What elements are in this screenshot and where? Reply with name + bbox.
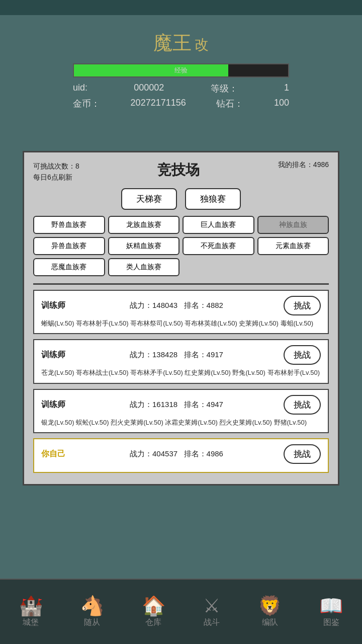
trainer-stats-1: 战力：148043 排名：4882 bbox=[130, 301, 223, 310]
self-rank-label: 排名： bbox=[184, 449, 207, 458]
challenge-button-1[interactable]: 挑战 bbox=[284, 296, 321, 315]
challenges-label: 可挑战次数：8 bbox=[33, 160, 79, 172]
trainer-units-2: 苍龙(Lv.50) 哥布林战士(Lv.50) 哥布林矛手(Lv.50) 红史莱姆… bbox=[41, 368, 321, 378]
nav-label-battle: 战斗 bbox=[204, 617, 220, 628]
beast-race-button[interactable]: 野兽血族赛 bbox=[33, 216, 105, 234]
trainer-stats-2: 战力：138428 排名：4917 bbox=[130, 350, 223, 360]
trainer-card-header-1: 训练师 战力：148043 排名：4882 挑战 bbox=[41, 296, 321, 315]
self-power: 404537 bbox=[152, 449, 177, 458]
stats-row-1: uid: 000002 等级： 1 bbox=[73, 83, 289, 95]
self-challenge-button[interactable]: 挑战 bbox=[284, 444, 321, 464]
trainer-card-header-3: 训练师 战力：161318 排名：4947 挑战 bbox=[41, 395, 321, 415]
nav-item-formation[interactable]: 🦁 编队 bbox=[258, 596, 282, 628]
arena-dialog: 可挑战次数：8 每日6点刷新 竞技场 我的排名：4986 天梯赛 独狼赛 野兽血… bbox=[23, 151, 339, 486]
trainer-label-1: 训练师 bbox=[41, 300, 65, 311]
trainer-rank-1: 4882 bbox=[207, 301, 223, 309]
demon-race-button[interactable]: 恶魔血族赛 bbox=[33, 258, 105, 276]
self-card-header: 你自己 战力：404537 排名：4986 挑战 bbox=[41, 444, 321, 464]
nav-item-battle[interactable]: ⚔ 战斗 bbox=[203, 596, 220, 628]
trainer-rank-label-3: 排名： bbox=[184, 400, 207, 409]
self-card: 你自己 战力：404537 排名：4986 挑战 bbox=[33, 438, 329, 473]
companion-icon: 🐴 bbox=[80, 596, 104, 615]
self-power-label: 战力： bbox=[130, 449, 152, 458]
nav-item-guide[interactable]: 📖 图鉴 bbox=[319, 596, 343, 628]
trainer-card-3: 训练师 战力：161318 排名：4947 挑战 银龙(Lv.50) 蜈蚣(Lv… bbox=[33, 389, 329, 434]
trainer-stats-3: 战力：161318 排名：4947 bbox=[130, 400, 223, 410]
my-rank-label: 我的排名：4986 bbox=[278, 160, 329, 170]
bottom-nav: 🏰 城堡 🐴 随从 🏠 仓库 ⚔ 战斗 🦁 编队 📖 图鉴 bbox=[0, 579, 362, 644]
battle-icon: ⚔ bbox=[203, 596, 220, 615]
trainer-rank-label-1: 排名： bbox=[184, 301, 207, 309]
gold-label: 金币： bbox=[73, 98, 100, 110]
nav-label-formation: 编队 bbox=[262, 617, 278, 628]
nav-label-companion: 随从 bbox=[84, 617, 100, 628]
dragon-race-button[interactable]: 龙族血族赛 bbox=[108, 216, 180, 234]
nav-item-warehouse[interactable]: 🏠 仓库 bbox=[142, 596, 165, 628]
trainer-power-1: 148043 bbox=[152, 301, 177, 309]
stats-row-2: 金币： 20272171156 钻石： 100 bbox=[73, 98, 289, 110]
trainer-power-2: 138428 bbox=[152, 350, 177, 359]
god-race-button[interactable]: 神族血族 bbox=[257, 216, 329, 234]
undead-race-button[interactable]: 不死血族赛 bbox=[183, 237, 254, 255]
formation-icon: 🦁 bbox=[258, 596, 282, 615]
element2-race-button[interactable]: 元素血族赛 bbox=[257, 237, 329, 255]
trainer-rank-2: 4917 bbox=[207, 350, 223, 359]
race-grid: 野兽血族赛 龙族血族赛 巨人血族赛 神族血族 异兽血族赛 妖精血族赛 不死血族赛… bbox=[33, 216, 329, 276]
trainer-card-header-2: 训练师 战力：138428 排名：4917 挑战 bbox=[41, 345, 321, 365]
trainer-power-label-3: 战力： bbox=[130, 400, 152, 409]
arena-header-left: 可挑战次数：8 每日6点刷新 bbox=[33, 160, 79, 183]
castle-icon: 🏰 bbox=[19, 596, 43, 615]
nav-label-warehouse: 仓库 bbox=[145, 617, 161, 628]
trainer-units-1: 蜥蜴(Lv.50) 哥布林射手(Lv.50) 哥布林祭司(Lv.50) 哥布林英… bbox=[41, 318, 321, 329]
self-label: 你自己 bbox=[41, 449, 65, 459]
trainer-power-3: 161318 bbox=[152, 400, 177, 409]
self-stats: 战力：404537 排名：4986 bbox=[130, 449, 223, 459]
trainer-card-2: 训练师 战力：138428 排名：4917 挑战 苍龙(Lv.50) 哥布林战士… bbox=[33, 339, 329, 384]
trainer-label-2: 训练师 bbox=[41, 350, 65, 360]
trainer-power-label-1: 战力： bbox=[130, 301, 152, 309]
uid-label: uid: bbox=[73, 83, 87, 95]
solo-race-button[interactable]: 独狼赛 bbox=[185, 188, 241, 210]
warehouse-icon: 🏠 bbox=[142, 596, 165, 615]
exp-bar: 经验 bbox=[73, 63, 289, 77]
nav-label-guide: 图鉴 bbox=[323, 617, 339, 628]
arena-header: 可挑战次数：8 每日6点刷新 竞技场 我的排名：4986 bbox=[33, 160, 329, 183]
fairy-race-button[interactable]: 妖精血族赛 bbox=[108, 237, 180, 255]
trainer-power-label-2: 战力： bbox=[130, 350, 152, 359]
diamonds-value: 100 bbox=[274, 98, 289, 110]
game-area: 魔王改 经验 uid: 000002 等级： 1 金币： 20272171156… bbox=[0, 15, 362, 112]
separator bbox=[33, 283, 329, 285]
level-label: 等级： bbox=[211, 83, 238, 95]
monster-race-button[interactable]: 异兽血族赛 bbox=[33, 237, 105, 255]
trainer-rank-label-2: 排名： bbox=[184, 350, 207, 359]
main-buttons: 天梯赛 独狼赛 bbox=[33, 188, 329, 210]
trainer-label-3: 训练师 bbox=[41, 399, 65, 410]
refresh-label: 每日6点刷新 bbox=[33, 172, 79, 183]
uid-value: 000002 bbox=[134, 83, 164, 95]
edit-badge: 改 bbox=[195, 37, 209, 52]
game-title: 魔王改 bbox=[153, 30, 209, 56]
trainer-units-3: 银龙(Lv.50) 蜈蚣(Lv.50) 烈火史莱姆(Lv.50) 冰霜史莱姆(L… bbox=[41, 418, 321, 428]
diamonds-label: 钻石： bbox=[216, 98, 243, 110]
trainer-rank-3: 4947 bbox=[207, 400, 223, 409]
giant-race-button[interactable]: 巨人血族赛 bbox=[183, 216, 254, 234]
gold-value: 20272171156 bbox=[131, 98, 186, 110]
arena-title: 竞技场 bbox=[79, 160, 278, 180]
challenge-button-3[interactable]: 挑战 bbox=[284, 395, 321, 415]
nav-item-companion[interactable]: 🐴 随从 bbox=[80, 596, 104, 628]
trainer-card-1: 训练师 战力：148043 排名：4882 挑战 蜥蜴(Lv.50) 哥布林射手… bbox=[33, 290, 329, 335]
nav-item-castle[interactable]: 🏰 城堡 bbox=[19, 596, 43, 628]
top-bar bbox=[0, 0, 362, 15]
nav-label-castle: 城堡 bbox=[23, 617, 39, 628]
humanoid-race-button[interactable]: 类人血族赛 bbox=[108, 258, 180, 276]
level-value: 1 bbox=[284, 83, 289, 95]
guide-icon: 📖 bbox=[319, 596, 343, 615]
exp-bar-fill bbox=[74, 64, 228, 76]
challenge-button-2[interactable]: 挑战 bbox=[284, 345, 321, 365]
ladder-race-button[interactable]: 天梯赛 bbox=[121, 188, 177, 210]
self-rank: 4986 bbox=[207, 449, 223, 458]
exp-bar-label: 经验 bbox=[174, 66, 188, 75]
title-text: 魔王 bbox=[153, 32, 192, 53]
